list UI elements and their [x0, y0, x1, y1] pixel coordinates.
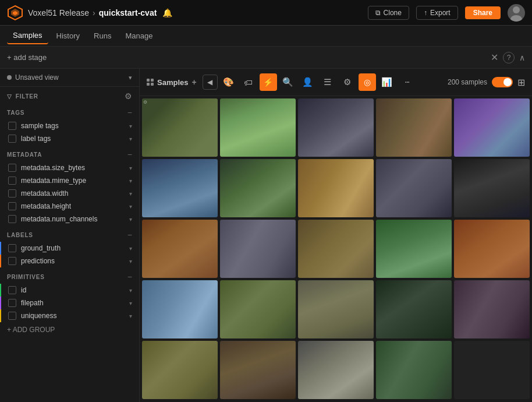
- sidebar-item-height[interactable]: metadata.height ▾: [0, 200, 139, 213]
- grid-row-1: ⚙: [142, 98, 530, 157]
- image-cell-dino[interactable]: [142, 341, 218, 399]
- image-dino: [142, 341, 218, 399]
- collapse-button[interactable]: ∧: [519, 53, 525, 62]
- image-cell-dog[interactable]: [454, 280, 530, 338]
- image-cell-bear[interactable]: [298, 220, 374, 278]
- image-wolf: [220, 220, 296, 278]
- settings-button[interactable]: ⚙: [339, 73, 356, 91]
- view-selector[interactable]: Unsaved view ▾: [0, 69, 139, 87]
- image-cell-cat2[interactable]: [298, 280, 374, 338]
- openai-button[interactable]: ◎: [359, 73, 376, 91]
- sample-tags-checkbox[interactable]: [8, 122, 16, 130]
- image-cell-doll[interactable]: [376, 220, 452, 278]
- sidebar-item-filepath[interactable]: filepath ▾: [0, 297, 139, 309]
- image-cat-orange: [298, 159, 374, 217]
- image-cell-food2[interactable]: [142, 220, 218, 278]
- sidebar-item-ground-truth[interactable]: ground_truth ▾: [0, 242, 139, 255]
- image-cell-street[interactable]: [220, 341, 296, 399]
- prev-button[interactable]: ◀: [203, 75, 218, 90]
- image-cell-train[interactable]: [142, 159, 218, 217]
- sidebar-item-id[interactable]: id ▾: [0, 284, 139, 297]
- height-checkbox[interactable]: [8, 202, 16, 210]
- width-label: metadata.width: [21, 189, 129, 198]
- person-button[interactable]: 👤: [299, 73, 317, 91]
- width-checkbox[interactable]: [8, 189, 16, 198]
- sidebar-item-sample-tags[interactable]: sample tags ▾: [0, 119, 139, 132]
- image-cell-cats[interactable]: [298, 98, 374, 157]
- color-scheme-button[interactable]: 🎨: [220, 73, 237, 91]
- tab-runs[interactable]: Runs: [88, 28, 117, 44]
- chart-button[interactable]: 📊: [378, 73, 396, 91]
- image-cell-man[interactable]: [376, 159, 452, 217]
- sidebar-item-predictions[interactable]: predictions ▾: [0, 255, 139, 267]
- predictions-checkbox[interactable]: [8, 257, 16, 265]
- image-cell-green[interactable]: [376, 341, 452, 399]
- scatter-button[interactable]: ···: [398, 73, 416, 91]
- notification-icon[interactable]: 🔔: [162, 8, 172, 17]
- sidebar-item-num-channels[interactable]: metadata.num_channels ▾: [0, 213, 139, 225]
- label-tags-checkbox[interactable]: [8, 135, 16, 143]
- clear-button[interactable]: ✕: [491, 52, 498, 63]
- tab-samples[interactable]: Samples: [7, 27, 48, 44]
- image-cell-cat-orange[interactable]: [298, 159, 374, 217]
- image-donkey: [220, 159, 296, 217]
- toggle-switch[interactable]: [492, 77, 513, 87]
- tab-manage[interactable]: Manage: [119, 28, 158, 44]
- metadata-collapse-icon[interactable]: −: [127, 150, 132, 159]
- image-cell-food1[interactable]: [376, 98, 452, 157]
- uniqueness-checkbox[interactable]: [8, 312, 16, 320]
- tag-button[interactable]: 🏷: [240, 73, 257, 91]
- svg-point-3: [513, 6, 520, 13]
- image-cats: [298, 98, 374, 157]
- image-bear: [298, 220, 374, 278]
- image-cell-zebra[interactable]: [298, 341, 374, 399]
- sidebar-item-mime-type[interactable]: metadata.mime_type ▾: [0, 174, 139, 187]
- image-zebra: [298, 341, 374, 399]
- avatar[interactable]: [508, 4, 525, 22]
- org-name[interactable]: Voxel51 Release: [28, 8, 89, 17]
- image-cell-donkey[interactable]: [220, 159, 296, 217]
- image-cell-marmot[interactable]: [220, 280, 296, 338]
- uniqueness-label: uniqueness: [21, 312, 129, 320]
- search-button[interactable]: 🔍: [279, 73, 297, 91]
- grid-view-button[interactable]: ⊞: [517, 77, 525, 88]
- image-cell-cowboy[interactable]: [220, 98, 296, 157]
- image-green: [376, 341, 452, 399]
- image-cake: [454, 98, 530, 157]
- image-turkey: ⚙: [142, 98, 218, 157]
- help-button[interactable]: ?: [503, 52, 515, 64]
- sidebar-item-width[interactable]: metadata.width ▾: [0, 187, 139, 200]
- primitives-collapse-icon[interactable]: −: [127, 272, 132, 281]
- export-button[interactable]: ↑ Export: [416, 6, 458, 20]
- filter-button[interactable]: ⚡: [260, 73, 277, 91]
- id-checkbox[interactable]: [8, 286, 16, 294]
- image-cell-cat-dark[interactable]: [454, 159, 530, 217]
- filter-settings-button[interactable]: ⚙: [125, 91, 132, 101]
- ground-truth-checkbox[interactable]: [8, 244, 16, 252]
- add-tab-icon[interactable]: +: [191, 77, 196, 87]
- image-cell-cake[interactable]: [454, 98, 530, 157]
- image-cell-turkey[interactable]: ⚙: [142, 98, 218, 157]
- tags-collapse-icon[interactable]: −: [127, 108, 132, 117]
- project-name[interactable]: quickstart-cvat: [99, 8, 157, 17]
- num-channels-checkbox[interactable]: [8, 215, 16, 223]
- image-cell-wolf[interactable]: [220, 220, 296, 278]
- filepath-checkbox[interactable]: [8, 299, 16, 307]
- image-cell-dark-bird[interactable]: [376, 280, 452, 338]
- tab-history[interactable]: History: [51, 28, 86, 44]
- sidebar-item-label-tags[interactable]: label tags ▾: [0, 132, 139, 145]
- add-group-button[interactable]: + ADD GROUP: [0, 322, 139, 337]
- image-cell-pizza[interactable]: [454, 220, 530, 278]
- view-chevron-icon: ▾: [129, 74, 132, 82]
- clone-button[interactable]: ⧉ Clone: [368, 6, 409, 20]
- sidebar-item-size-bytes[interactable]: metadata.size_bytes ▾: [0, 161, 139, 174]
- image-cell-plane[interactable]: [142, 280, 218, 338]
- share-button[interactable]: Share: [465, 6, 501, 19]
- sidebar-item-uniqueness[interactable]: uniqueness ▾: [0, 309, 139, 322]
- list-view-button[interactable]: ☰: [319, 73, 336, 91]
- add-stage-button[interactable]: + add stage: [7, 53, 47, 62]
- size-bytes-checkbox[interactable]: [8, 164, 16, 172]
- labels-collapse-icon[interactable]: −: [127, 230, 132, 239]
- size-bytes-chevron-icon: ▾: [129, 165, 132, 171]
- mime-type-checkbox[interactable]: [8, 177, 16, 185]
